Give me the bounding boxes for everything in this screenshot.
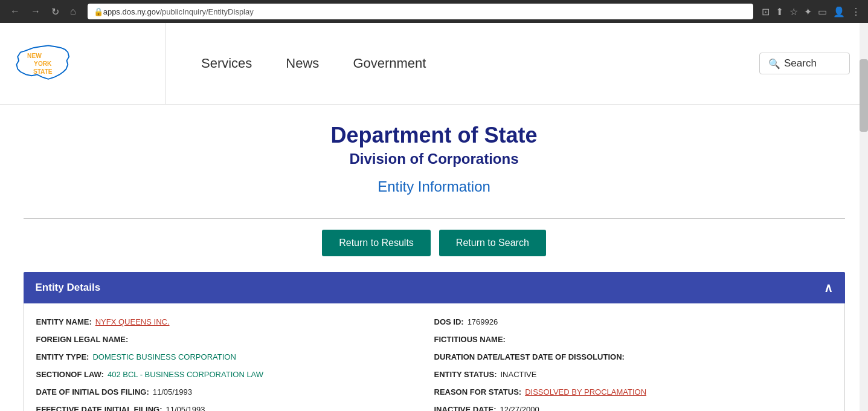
svg-text:NEW: NEW (27, 53, 42, 59)
entity-details-body: ENTITY NAME: NYFX QUEENS INC. FOREIGN LE… (24, 303, 845, 411)
nav-services[interactable]: Services (184, 50, 269, 77)
field-label-effective-date: EFFECTIVE DATE INITIAL FILING: (36, 405, 162, 411)
main-nav: Services News Government (166, 50, 759, 77)
scrollbar-track (860, 23, 868, 411)
field-label-inactive-date: INACTIVE DATE: (434, 405, 497, 411)
field-value-dos-filing: 11/05/1993 (153, 387, 192, 396)
entity-row: DATE OF INITIAL DOS FILING: 11/05/1993 (36, 383, 434, 401)
field-label-duration: DURATION DATE/LATEST DATE OF DISSOLUTION… (434, 352, 625, 361)
entity-details-label: Entity Details (36, 282, 101, 294)
entity-details-header: Entity Details ∧ (24, 272, 845, 303)
search-box[interactable]: 🔍 Search (759, 53, 850, 74)
screenshot-icon[interactable]: ⊡ (762, 6, 770, 18)
entity-left-column: ENTITY NAME: NYFX QUEENS INC. FOREIGN LE… (36, 313, 434, 411)
field-value-section-law: 402 BCL - BUSINESS CORPORATION LAW (108, 370, 263, 379)
site-header: NEW YORK STATE Services News Government … (0, 23, 868, 105)
divider (24, 218, 845, 219)
entity-row: ENTITY NAME: NYFX QUEENS INC. (36, 313, 434, 331)
field-value-entity-name: NYFX QUEENS INC. (95, 317, 170, 326)
field-label-entity-status: ENTITY STATUS: (434, 370, 497, 379)
field-value-inactive-date: 12/27/2000 (500, 405, 539, 411)
bookmark-icon[interactable]: ☆ (789, 6, 798, 18)
field-label-entity-type: ENTITY TYPE: (36, 352, 89, 361)
browser-action-icons: ⊡ ⬆ ☆ ✦ ▭ 👤 ⋮ (762, 6, 861, 18)
browser-chrome: ← → ↻ ⌂ 🔒 apps.dos.ny.gov /publicInquiry… (0, 0, 868, 23)
field-value-reason-status: DISSOLVED BY PROCLAMATION (525, 387, 646, 396)
extension-icon[interactable]: ✦ (804, 6, 812, 18)
search-icon: 🔍 (768, 58, 780, 70)
home-button[interactable]: ⌂ (67, 5, 79, 18)
main-content: Department of State Division of Corporat… (11, 105, 857, 411)
svg-text:STATE: STATE (33, 68, 53, 75)
forward-button[interactable]: → (28, 5, 43, 18)
field-label-foreign-legal: FOREIGN LEGAL NAME: (36, 335, 129, 344)
action-buttons: Return to Results Return to Search (24, 230, 845, 256)
entity-row: ENTITY STATUS: INACTIVE (434, 366, 832, 383)
search-area: 🔍 Search (759, 53, 850, 74)
url-path: /publicInquiry/EntityDisplay (159, 7, 253, 16)
field-value-effective-date: 11/05/1993 (166, 405, 205, 411)
entity-row: SECTIONOF LAW: 402 BCL - BUSINESS CORPOR… (36, 366, 434, 383)
entity-grid: ENTITY NAME: NYFX QUEENS INC. FOREIGN LE… (36, 313, 832, 411)
refresh-button[interactable]: ↻ (48, 5, 62, 19)
return-to-results-button[interactable]: Return to Results (322, 230, 431, 256)
back-button[interactable]: ← (7, 5, 23, 18)
collapse-icon[interactable]: ∧ (824, 280, 833, 295)
menu-icon[interactable]: ⋮ (851, 6, 861, 18)
entity-details-section: Entity Details ∧ ENTITY NAME: NYFX QUEEN… (24, 272, 845, 411)
svg-text:YORK: YORK (34, 60, 52, 67)
entity-row: EFFECTIVE DATE INITIAL FILING: 11/05/199… (36, 401, 434, 411)
field-value-entity-type: DOMESTIC BUSINESS CORPORATION (92, 352, 236, 361)
return-to-search-button[interactable]: Return to Search (439, 230, 546, 256)
nav-news[interactable]: News (269, 50, 336, 77)
field-label-reason-status: REASON FOR STATUS: (434, 387, 522, 396)
entity-row: REASON FOR STATUS: DISSOLVED BY PROCLAMA… (434, 383, 832, 401)
entity-row: INACTIVE DATE: 12/27/2000 (434, 401, 832, 411)
entity-row: DOS ID: 1769926 (434, 313, 832, 331)
url-bar[interactable]: 🔒 apps.dos.ny.gov /publicInquiry/EntityD… (88, 4, 753, 19)
url-secure-icon: 🔒 (94, 7, 103, 16)
page-header: Department of State Division of Corporat… (24, 105, 845, 207)
logo-area: NEW YORK STATE (12, 23, 166, 104)
field-value-dos-id: 1769926 (468, 317, 498, 326)
field-label-entity-name: ENTITY NAME: (36, 317, 92, 326)
division-subtitle: Division of Corporations (24, 150, 845, 167)
share-icon[interactable]: ⬆ (776, 6, 783, 18)
entity-row: FICTITIOUS NAME: (434, 331, 832, 348)
entity-row: DURATION DATE/LATEST DATE OF DISSOLUTION… (434, 348, 832, 366)
profile-icon[interactable]: 👤 (833, 6, 845, 18)
entity-row: ENTITY TYPE: DOMESTIC BUSINESS CORPORATI… (36, 348, 434, 366)
field-label-fictitious: FICTITIOUS NAME: (434, 335, 506, 344)
field-label-dos-id: DOS ID: (434, 317, 464, 326)
entity-right-column: DOS ID: 1769926 FICTITIOUS NAME: DURATIO… (434, 313, 832, 411)
department-title: Department of State (24, 123, 845, 148)
ny-state-logo: NEW YORK STATE (12, 41, 85, 86)
window-icon[interactable]: ▭ (818, 6, 827, 18)
scrollbar-thumb[interactable] (860, 59, 868, 132)
field-label-section-law: SECTIONOF LAW: (36, 370, 104, 379)
field-label-dos-filing: DATE OF INITIAL DOS FILING: (36, 387, 149, 396)
field-value-entity-status: INACTIVE (501, 370, 537, 379)
entity-info-title: Entity Information (24, 178, 845, 195)
nav-government[interactable]: Government (336, 50, 443, 77)
entity-row: FOREIGN LEGAL NAME: (36, 331, 434, 348)
url-base: apps.dos.ny.gov (103, 7, 160, 16)
search-label: Search (784, 57, 817, 70)
